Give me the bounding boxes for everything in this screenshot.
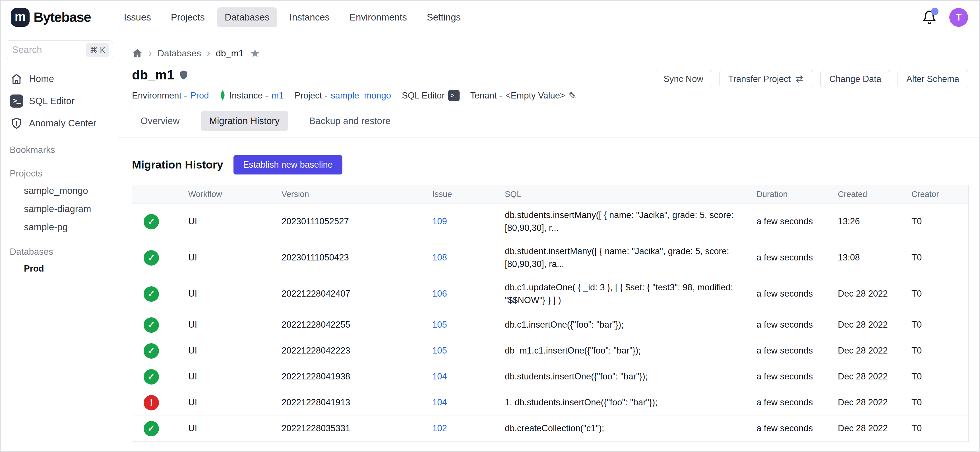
- nav-item-projects[interactable]: Projects: [164, 7, 212, 27]
- sidebar-item-anomaly-center[interactable]: Anomaly Center: [6, 112, 113, 134]
- cell-version: 20221228042255: [282, 313, 432, 337]
- sidebar-item-home[interactable]: Home: [6, 68, 113, 90]
- cell-creator: T0: [912, 365, 969, 388]
- cell-created: Dec 28 2022: [838, 283, 912, 305]
- terminal-icon: >_: [448, 90, 460, 101]
- table-row[interactable]: ✓ UI 20221228035331 102 db.createCollect…: [132, 415, 968, 441]
- notification-badge: [931, 8, 939, 15]
- table-row[interactable]: ✓ UI 20230111050423 108 db.student.inser…: [132, 240, 968, 276]
- cell-duration: a few seconds: [756, 365, 838, 388]
- pencil-icon[interactable]: ✎: [568, 90, 577, 101]
- nav-item-databases[interactable]: Databases: [217, 7, 277, 27]
- search-box[interactable]: ⌘ K: [6, 40, 113, 59]
- status-success-icon: ✓: [144, 286, 159, 302]
- user-avatar[interactable]: T: [949, 8, 968, 27]
- cell-version: 20221228042407: [282, 283, 432, 305]
- search-input[interactable]: [12, 45, 86, 55]
- issue-link[interactable]: 104: [432, 397, 447, 407]
- breadcrumb-current: db_m1: [216, 48, 244, 59]
- cell-duration: a few seconds: [756, 283, 838, 305]
- home-icon: [10, 72, 23, 86]
- app-window: m Bytebase Issues Projects Databases Ins…: [0, 0, 980, 452]
- brand-name: Bytebase: [33, 10, 91, 25]
- change-data-button[interactable]: Change Data: [821, 70, 890, 88]
- column-workflow: Workflow: [188, 185, 282, 203]
- page-actions: Sync Now Transfer Project Change Data Al…: [655, 70, 968, 88]
- sidebar-database-prod[interactable]: Prod: [6, 260, 113, 278]
- sidebar-project-sample-diagram[interactable]: sample-diagram: [6, 200, 113, 218]
- issue-link[interactable]: 105: [432, 345, 447, 356]
- cell-sql: db_m1.c1.insertOne({"foo": "bar"});: [505, 339, 756, 363]
- sidebar-project-sample-mongo[interactable]: sample_mongo: [6, 182, 113, 200]
- transfer-icon: [795, 74, 804, 84]
- cell-created: Dec 28 2022: [838, 417, 912, 440]
- project-link[interactable]: sample_mongo: [331, 91, 391, 101]
- sidebar-project-sample-pg[interactable]: sample-pg: [6, 218, 113, 236]
- establish-baseline-button[interactable]: Establish new baseline: [234, 155, 342, 174]
- status-error-icon: !: [144, 395, 159, 410]
- issue-link[interactable]: 108: [432, 252, 447, 262]
- meta-tenant: Tenant - <Empty Value> ✎: [470, 90, 577, 101]
- cell-duration: a few seconds: [756, 391, 838, 414]
- environment-link[interactable]: Prod: [190, 91, 209, 101]
- issue-link[interactable]: 109: [432, 216, 447, 226]
- nav-item-settings[interactable]: Settings: [420, 7, 468, 27]
- cell-duration: a few seconds: [756, 246, 838, 269]
- column-version: Version: [282, 185, 432, 203]
- cell-creator: T0: [912, 339, 969, 363]
- main-nav: Issues Projects Databases Instances Envi…: [116, 7, 468, 27]
- sidebar-item-sql-editor[interactable]: >_ SQL Editor: [6, 90, 113, 112]
- issue-link[interactable]: 102: [432, 423, 447, 433]
- cell-workflow: UI: [188, 391, 282, 414]
- table-row[interactable]: ✓ UI 20221228042407 106 db.c1.updateOne(…: [132, 276, 968, 312]
- table-row[interactable]: ! UI 20221228041913 104 1. db.students.i…: [132, 390, 968, 415]
- table-row[interactable]: ✓ UI 20230111052527 109 db.students.inse…: [132, 203, 968, 240]
- cell-creator: T0: [912, 246, 969, 269]
- status-success-icon: ✓: [144, 317, 159, 333]
- table-row[interactable]: ✓ UI 20221228042255 105 db.c1.insertOne(…: [132, 312, 968, 338]
- cell-duration: a few seconds: [756, 313, 838, 337]
- issue-link[interactable]: 106: [432, 289, 447, 299]
- sync-now-button[interactable]: Sync Now: [655, 70, 712, 88]
- instance-link[interactable]: m1: [272, 91, 284, 101]
- issue-link[interactable]: 104: [432, 371, 447, 382]
- shield-alert-icon: [178, 70, 189, 80]
- bytebase-brand[interactable]: m Bytebase: [11, 8, 91, 27]
- column-issue: Issue: [432, 185, 505, 203]
- search-shortcut-badge: ⌘ K: [86, 43, 109, 57]
- sidebar-section-bookmarks: Bookmarks: [6, 142, 113, 158]
- section-title: Migration History: [132, 158, 223, 171]
- cell-workflow: UI: [188, 365, 282, 388]
- sidebar-nav: Home >_ SQL Editor Anomaly Cente: [6, 68, 113, 134]
- cell-creator: T0: [912, 210, 969, 233]
- alter-schema-button[interactable]: Alter Schema: [897, 70, 968, 88]
- cell-created: 13:26: [838, 210, 912, 233]
- star-filled-icon[interactable]: ★: [250, 47, 260, 60]
- table-row[interactable]: ✓ UI 20221228042223 105 db_m1.c1.insertO…: [132, 338, 968, 364]
- tab-backup-restore[interactable]: Backup and restore: [301, 111, 399, 131]
- meta-sql-editor[interactable]: SQL Editor >_: [402, 90, 459, 101]
- cell-creator: T0: [912, 417, 969, 440]
- tab-overview[interactable]: Overview: [132, 111, 188, 131]
- sidebar-item-label: Anomaly Center: [29, 118, 96, 129]
- nav-item-environments[interactable]: Environments: [342, 7, 414, 27]
- sidebar-section-databases: Databases: [6, 244, 113, 260]
- issue-link[interactable]: 105: [432, 319, 447, 330]
- breadcrumb-databases[interactable]: Databases: [158, 48, 201, 59]
- cell-sql: db.students.insertOne({"foo": "bar"});: [505, 365, 756, 388]
- nav-item-issues[interactable]: Issues: [116, 7, 158, 27]
- status-success-icon: ✓: [144, 250, 159, 265]
- transfer-project-button[interactable]: Transfer Project: [719, 70, 813, 88]
- cell-creator: T0: [912, 391, 969, 414]
- table-row[interactable]: ✓ UI 20221228041938 104 db.students.inse…: [132, 364, 968, 390]
- database-meta-row: Environment - Prod Instance - m1 Project…: [132, 90, 577, 101]
- status-success-icon: ✓: [144, 421, 159, 436]
- cell-creator: T0: [912, 313, 969, 337]
- status-success-icon: ✓: [144, 214, 159, 229]
- home-icon[interactable]: [132, 48, 143, 59]
- tab-migration-history[interactable]: Migration History: [201, 111, 288, 131]
- notifications-button[interactable]: [922, 10, 937, 25]
- cell-created: Dec 28 2022: [838, 391, 912, 414]
- cell-version: 20230111050423: [282, 246, 432, 269]
- nav-item-instances[interactable]: Instances: [282, 7, 337, 27]
